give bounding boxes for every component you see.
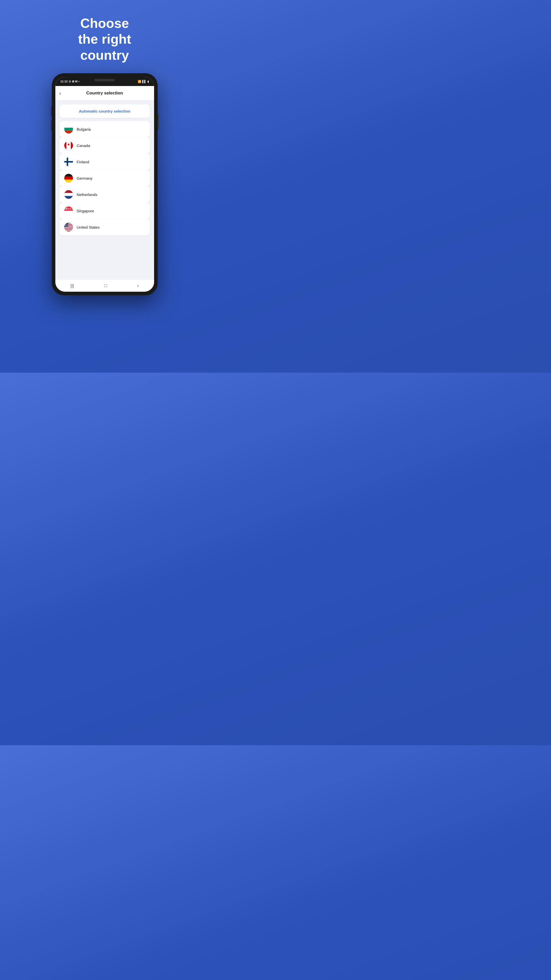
app-content: Automatic country selection Bulgaria Can…: [56, 100, 154, 280]
status-bar: 11:13 ⊙ ⊞ M • 📶 ▌▌ ▮: [56, 77, 154, 86]
country-name-finland: Finland: [77, 160, 89, 164]
hero-line3: country: [78, 47, 131, 63]
country-list: Bulgaria Canada Finland Germany Netherla…: [59, 121, 150, 235]
svg-rect-9: [64, 174, 73, 177]
country-name-bulgaria: Bulgaria: [77, 127, 91, 131]
phone-screen: 11:13 ⊙ ⊞ M • 📶 ▌▌ ▮ ‹ Country selection…: [56, 77, 154, 292]
country-item-finland[interactable]: Finland: [59, 154, 150, 170]
flag-canada: [64, 141, 73, 150]
mail-icon: M: [75, 80, 78, 83]
hero-line1: Choose: [78, 15, 131, 31]
vol-down-button: [51, 121, 52, 130]
country-name-netherlands: Netherlands: [77, 192, 97, 197]
svg-rect-11: [64, 180, 73, 183]
notch: [94, 79, 115, 81]
back-nav-button[interactable]: ‹: [132, 281, 144, 290]
recent-apps-button[interactable]: |||: [65, 281, 79, 290]
country-item-netherlands[interactable]: Netherlands: [59, 186, 150, 203]
country-item-bulgaria[interactable]: Bulgaria: [59, 121, 150, 137]
svg-rect-16: [64, 211, 73, 215]
svg-rect-4: [66, 141, 71, 150]
status-left: 11:13 ⊙ ⊞ M •: [60, 80, 79, 83]
svg-rect-12: [64, 190, 73, 193]
svg-rect-10: [64, 177, 73, 180]
location-icon: ⊙: [68, 80, 71, 83]
country-item-singapore[interactable]: ★★★★★ Singapore: [59, 203, 150, 219]
svg-rect-3: [64, 141, 67, 150]
auto-country-select-button[interactable]: Automatic country selection: [59, 104, 150, 118]
signal-bars-icon: ▌▌: [142, 80, 146, 83]
country-name-usa: United States: [77, 225, 100, 229]
svg-rect-7: [64, 161, 73, 162]
country-item-usa[interactable]: ★★★ ★★★ ★★★ United States: [59, 219, 150, 235]
hero-line2: the right: [78, 31, 131, 47]
svg-rect-14: [64, 196, 73, 199]
status-time: 11:13: [60, 80, 68, 83]
flag-netherlands: [64, 190, 73, 199]
wifi-icon: 📶: [138, 80, 141, 83]
vol-up-button: [51, 107, 52, 117]
svg-rect-25: [64, 229, 73, 230]
svg-rect-8: [67, 158, 68, 166]
flag-singapore: ★★★★★: [64, 206, 73, 215]
phone-device: 11:13 ⊙ ⊞ M • 📶 ▌▌ ▮ ‹ Country selection…: [52, 73, 158, 295]
country-item-germany[interactable]: Germany: [59, 170, 150, 186]
page-title: Country selection: [86, 91, 123, 96]
svg-rect-1: [64, 128, 73, 130]
svg-rect-13: [64, 193, 73, 196]
bottom-nav-bar: ||| □ ‹: [56, 280, 154, 292]
dot-icon: •: [79, 80, 79, 83]
svg-rect-0: [64, 125, 73, 127]
back-button[interactable]: ‹: [59, 90, 61, 96]
gallery-icon: ⊞: [72, 80, 74, 83]
country-name-germany: Germany: [77, 176, 93, 180]
svg-text:★★★: ★★★: [65, 227, 68, 228]
home-button[interactable]: □: [99, 281, 112, 290]
flag-usa: ★★★ ★★★ ★★★: [64, 223, 73, 232]
app-header: ‹ Country selection: [56, 86, 154, 100]
country-name-singapore: Singapore: [77, 209, 94, 213]
power-button: [158, 114, 159, 129]
flag-bulgaria: [64, 124, 73, 134]
svg-rect-5: [71, 141, 73, 150]
flag-germany: [64, 173, 73, 183]
svg-rect-26: [64, 230, 73, 231]
country-item-canada[interactable]: Canada: [59, 137, 150, 154]
svg-text:★★★★★: ★★★★★: [64, 208, 73, 210]
country-name-canada: Canada: [77, 143, 90, 148]
flag-finland: [64, 157, 73, 166]
battery-icon: ▮: [148, 80, 149, 83]
svg-rect-2: [64, 130, 73, 134]
status-right: 📶 ▌▌ ▮: [138, 80, 149, 83]
hero-text: Choose the right country: [78, 15, 131, 63]
